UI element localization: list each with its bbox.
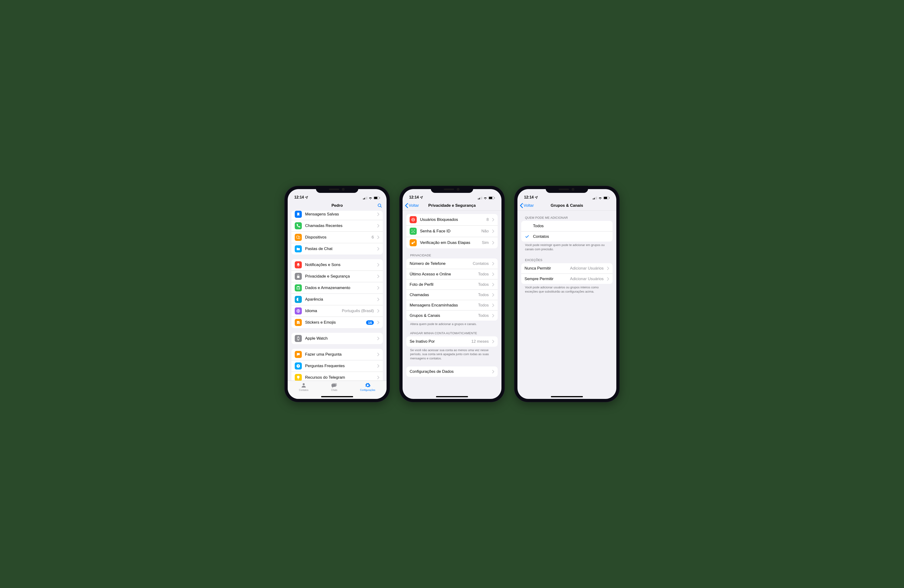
status-time: 12:14 [409, 195, 419, 199]
settings-row[interactable]: Mensagens Salvas [291, 211, 383, 220]
search-button[interactable] [377, 203, 382, 208]
svg-point-14 [297, 322, 298, 322]
chevron-right-icon [377, 247, 379, 251]
svg-rect-6 [379, 197, 380, 199]
svg-point-11 [297, 286, 300, 287]
svg-rect-30 [594, 198, 595, 199]
row-label: Último Acesso e Online [409, 272, 475, 277]
settings-row[interactable]: Dispositivos 6 [291, 232, 383, 243]
row-value: 8 [487, 218, 489, 222]
settings-row[interactable]: Verificação em Duas Etapas Sim [406, 237, 498, 248]
chevron-right-icon [377, 286, 379, 290]
row-label: Recursos do Telegram [305, 375, 374, 380]
cellular-icon [363, 197, 367, 199]
svg-rect-0 [363, 199, 364, 199]
section-footer-privacy: Altera quem pode te adicionar a grupos e… [406, 321, 498, 326]
home-indicator[interactable] [551, 396, 583, 397]
chevron-right-icon [377, 298, 379, 301]
contact-icon [300, 382, 307, 388]
settings-row[interactable]: Chamadas Todos [406, 290, 498, 300]
devices-icon [295, 234, 302, 241]
row-value: Todos [478, 303, 489, 307]
option-row[interactable]: Contatos [521, 231, 613, 241]
back-button[interactable]: Voltar [405, 203, 419, 208]
svg-rect-22 [480, 197, 481, 199]
option-row[interactable]: Todos [521, 221, 613, 231]
settings-row[interactable]: Grupos & Canais Todos [406, 310, 498, 321]
settings-row[interactable]: Se Inativo Por 12 meses [406, 336, 498, 347]
tab-settings[interactable]: Configurações [360, 382, 375, 399]
settings-list[interactable]: Mensagens Salvas Chamadas Recentes Dispo… [288, 211, 387, 381]
chevron-left-icon [520, 203, 523, 208]
settings-row[interactable]: Pastas de Chat [291, 243, 383, 254]
wifi-icon [483, 197, 487, 199]
back-button[interactable]: Voltar [520, 203, 534, 208]
settings-row[interactable]: Nunca Permitir Adicionar Usuários [521, 263, 613, 274]
chevron-right-icon [377, 337, 379, 341]
svg-rect-20 [478, 199, 479, 199]
settings-row[interactable]: Número de Telefone Contatos [406, 259, 498, 269]
chevron-right-icon [377, 321, 379, 324]
svg-rect-32 [596, 197, 597, 199]
chevron-left-icon [405, 203, 408, 208]
svg-rect-31 [595, 197, 596, 199]
chevron-right-icon [492, 283, 495, 287]
row-label: Idioma [305, 309, 338, 313]
settings-row[interactable]: Usuários Bloqueados 8 [406, 214, 498, 225]
row-label: Mensagens Encaminhadas [409, 303, 475, 307]
notch [316, 186, 358, 193]
settings-row[interactable]: Aparência [291, 293, 383, 305]
row-label: Pastas de Chat [305, 246, 374, 251]
chevron-right-icon [377, 263, 379, 267]
chevron-right-icon [607, 266, 609, 270]
settings-row[interactable]: Senha & Face ID Não [406, 225, 498, 237]
settings-row[interactable]: Apple Watch [291, 333, 383, 344]
chevron-right-icon [377, 309, 379, 313]
nav-title: Grupos & Canais [551, 203, 583, 208]
tab-label: Chats [331, 389, 337, 391]
chat-icon [295, 351, 302, 358]
settings-row[interactable]: Último Acesso e Online Todos [406, 269, 498, 279]
row-value: Todos [478, 272, 489, 277]
settings-row[interactable]: Chamadas Recentes [291, 220, 383, 232]
tab-label: Contatos [299, 389, 308, 391]
settings-row[interactable]: Idioma Português (Brasil) [291, 305, 383, 317]
settings-row[interactable]: ? Perguntas Frequentes [291, 360, 383, 372]
settings-row[interactable]: Dados e Armazenamento [291, 282, 383, 293]
settings-row[interactable]: Mensagens Encaminhadas Todos [406, 300, 498, 310]
svg-rect-34 [604, 197, 607, 199]
settings-row[interactable]: Privacidade e Segurança [291, 271, 383, 282]
section-footer-delete: Se você não acessar sua conta ao menos u… [406, 347, 498, 361]
home-indicator[interactable] [321, 396, 353, 397]
home-indicator[interactable] [436, 396, 468, 397]
chevron-right-icon [607, 277, 609, 281]
bell-icon [295, 261, 302, 268]
row-label: Aparência [305, 297, 374, 302]
notch [546, 186, 588, 193]
groups-list[interactable]: QUEM PODE ME ADICIONAR Todos Contatos Vo… [517, 211, 616, 399]
cellular-icon [593, 197, 597, 199]
settings-row[interactable]: Notificações e Sons [291, 259, 383, 271]
settings-row[interactable]: Foto de Perfil Todos [406, 279, 498, 290]
row-label: Usuários Bloqueados [420, 218, 483, 222]
settings-row[interactable]: Stickers e Emojis 16 [291, 317, 383, 328]
section-header-delete: APAGAR MINHA CONTA AUTOMATICAMENTE [406, 326, 498, 336]
location-icon [420, 196, 423, 199]
settings-row[interactable]: Configurações de Dados [406, 366, 498, 377]
row-value: 6 [372, 235, 374, 240]
settings-row[interactable]: Sempre Permitir Adicionar Usuários [521, 274, 613, 284]
settings-row[interactable]: Recursos do Telegram [291, 372, 383, 381]
navbar: Voltar Grupos & Canais [517, 200, 616, 211]
settings-row[interactable]: Fazer uma Pergunta [291, 349, 383, 360]
privacy-list[interactable]: Usuários Bloqueados 8 Senha & Face ID Nã… [403, 211, 501, 399]
status-time: 12:14 [294, 195, 304, 199]
row-value: Contatos [473, 261, 489, 266]
chevron-right-icon [492, 229, 495, 233]
gear-icon [365, 382, 371, 388]
tab-contacts[interactable]: Contatos [299, 382, 308, 399]
svg-rect-26 [495, 197, 495, 199]
row-label: Mensagens Salvas [305, 212, 374, 217]
row-value: Português (Brasil) [342, 309, 374, 313]
chevron-right-icon [492, 370, 495, 374]
wifi-icon [598, 197, 602, 199]
